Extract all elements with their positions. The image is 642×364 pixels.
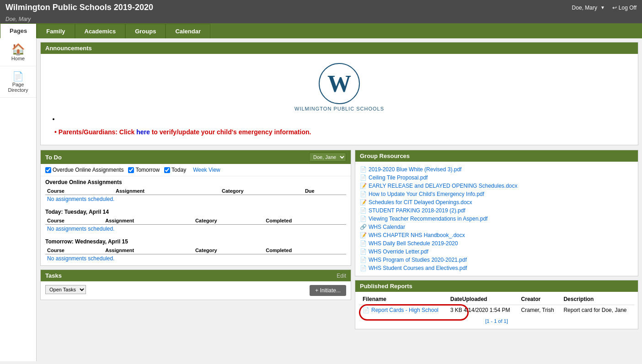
list-item[interactable]: 📝 WHS CHAPTER NHS Handbook_.docx <box>360 231 633 239</box>
tasks-select-wrap: Open Tasks <box>45 285 86 294</box>
emergency-info-link[interactable]: here <box>136 128 150 136</box>
pagination-row: [1 - 1 of 1] <box>359 315 634 327</box>
user-dropdown[interactable]: Doe, Mary ▼ <box>572 5 605 11</box>
tomorrow-label: Tomorrow <box>135 167 160 173</box>
doc-icon: 📝 <box>360 183 367 189</box>
announcement-icon: • <box>54 128 57 136</box>
logoff-label: Log Off <box>619 5 637 11</box>
list-item[interactable]: 📄 Ceiling Tile Proposal.pdf <box>360 174 633 182</box>
report-size: 3 KB <box>450 307 462 313</box>
today-checkbox[interactable] <box>164 167 170 173</box>
report-filename-link[interactable]: 📄 Report Cards - High School <box>363 307 439 313</box>
nav-tabs: Pages Family Academics Groups Calendar <box>0 23 642 38</box>
pdf-icon: 📄 <box>360 248 367 255</box>
logoff-button[interactable]: ↩ Log Off <box>612 5 637 11</box>
col-completed-today: Completed <box>264 217 346 225</box>
today-table: Course Assignment Category Completed No … <box>45 217 346 233</box>
subheader: Doe, Mary <box>0 15 642 23</box>
col-assignment-today: Assignment <box>103 217 193 225</box>
today-filter-label[interactable]: Today <box>164 167 186 173</box>
sidebar-item-directory[interactable]: 📄 Page Directory <box>0 66 36 98</box>
school-logo: W WILMINGTON PUBLIC SCHOOLS <box>45 58 633 114</box>
report-creator: Cramer, Trish <box>518 305 560 316</box>
list-item[interactable]: 🔗 WHS Calendar <box>360 223 633 231</box>
list-item[interactable]: 📄 STUDENT PARKING 2018-2019 (2).pdf <box>360 206 633 215</box>
list-item[interactable]: 📝 Schedules for CIT Delayed Openings.doc… <box>360 198 633 206</box>
list-item[interactable]: 📄 WHS Student Courses and Electives.pdf <box>360 264 633 272</box>
no-assignments-tomorrow: No assignments scheduled. <box>47 253 114 264</box>
todo-title: To Do <box>45 154 62 161</box>
overdue-filter-label[interactable]: Overdue Online Assignments <box>45 167 123 173</box>
home-icon: 🏠 <box>11 43 25 56</box>
directory-label: Page Directory <box>2 82 34 93</box>
list-item[interactable]: 📄 How to Update Your Child's Emergency I… <box>360 190 633 198</box>
tab-groups[interactable]: Groups <box>125 24 166 38</box>
overdue-checkbox[interactable] <box>45 167 51 173</box>
pdf-icon: 📄 <box>360 207 367 214</box>
pagination: [1 - 1 of 1] <box>363 317 631 325</box>
col-category-today: Category <box>193 217 264 225</box>
list-item[interactable]: 📄 WHS Program of Studies 2020-2021.pdf <box>360 256 633 264</box>
published-reports-box: Published Reports Filename DateUploaded … <box>355 280 638 329</box>
group-resources-list: 📄 2019-2020 Blue White (Revised 3).pdf 📄… <box>355 162 638 276</box>
col-dateuploaded: DateUploaded <box>447 294 518 305</box>
todo-filters: Overdue Online Assignments Tomorrow Toda… <box>41 164 351 176</box>
directory-icon: 📄 <box>12 71 24 82</box>
tasks-title: Tasks <box>45 272 62 279</box>
tasks-select[interactable]: Open Tasks <box>45 285 86 294</box>
tab-pages[interactable]: Pages <box>0 23 37 38</box>
username-label: Doe, Mary <box>572 5 597 11</box>
tab-academics[interactable]: Academics <box>75 24 126 38</box>
tomorrow-checkbox[interactable] <box>128 167 134 173</box>
no-assignments-text: No assignments scheduled. <box>47 194 114 204</box>
pdf-icon: 📄 <box>363 307 369 313</box>
tasks-edit-link[interactable]: Edit <box>337 273 346 279</box>
list-item[interactable]: 📄 2019-2020 Blue White (Revised 3).pdf <box>360 165 633 174</box>
col-filename: Filename <box>359 294 447 305</box>
pdf-icon: 📄 <box>360 191 367 197</box>
col-assignment: Assignment <box>114 187 220 195</box>
school-name: WILMINGTON PUBLIC SCHOOLS <box>45 106 633 111</box>
col-due: Due <box>303 187 346 195</box>
report-date: 4/14/2020 1:54 PM <box>464 307 510 313</box>
tasks-box: Tasks Edit Open Tasks + Initiate... <box>40 269 351 300</box>
list-item[interactable]: 📄 Viewing Teacher Recommendations in Asp… <box>360 215 633 223</box>
tomorrow-title: Tomorrow: Wednesday, April 15 <box>45 238 346 245</box>
list-item[interactable]: 📄 WHS Daily Bell Schedule 2019-2020 <box>360 239 633 248</box>
right-column: Group Resources 📄 2019-2020 Blue White (… <box>355 150 638 329</box>
today-label: Today <box>171 167 186 173</box>
initiate-button[interactable]: + Initiate... <box>310 285 346 296</box>
sidebar-item-home[interactable]: 🏠 Home <box>0 38 36 66</box>
student-select[interactable]: Doe, Jane <box>309 153 346 162</box>
overdue-label: Overdue Online Assignments <box>53 167 123 173</box>
tomorrow-filter-label[interactable]: Tomorrow <box>128 167 160 173</box>
table-row: No assignments scheduled. <box>45 195 346 204</box>
school-logo-letter: W <box>327 70 351 97</box>
todo-box: To Do Doe, Jane Overdue Online Assignmen… <box>40 150 351 266</box>
user-info-area: Doe, Mary ▼ ↩ Log Off <box>572 5 637 11</box>
tab-family[interactable]: Family <box>37 24 75 38</box>
announcements-title: Announcements <box>45 45 92 52</box>
tomorrow-table: Course Assignment Category Completed No … <box>45 247 346 263</box>
list-item[interactable]: 📝 EARLY RELEASE and DELAYED OPENING Sche… <box>360 182 633 190</box>
week-view-link[interactable]: Week View <box>193 167 220 173</box>
announcements-box: Announcements W WILMINGTON PUBLIC SCHOOL… <box>40 42 638 145</box>
content-area: Announcements W WILMINGTON PUBLIC SCHOOL… <box>37 38 642 361</box>
announcement-suffix: to verify/update your child's emergency … <box>150 128 311 136</box>
overdue-title: Overdue Online Assignments <box>45 179 346 185</box>
reports-table: Filename DateUploaded Creator Descriptio… <box>359 294 634 327</box>
pdf-icon: 📄 <box>360 265 367 271</box>
doc-icon: 📝 <box>360 232 367 238</box>
app-title: Wilmington Public Schools 2019-2020 <box>5 3 153 12</box>
group-resources-box: Group Resources 📄 2019-2020 Blue White (… <box>355 150 638 276</box>
app-title-text: Wilmington Public Schools 2019-2020 <box>5 3 153 12</box>
group-resources-header: Group Resources <box>355 150 638 162</box>
tab-calendar[interactable]: Calendar <box>166 24 210 38</box>
list-item[interactable]: 📄 WHS Override Letter.pdf <box>360 248 633 256</box>
col-description: Description <box>560 294 634 305</box>
tomorrow-section: Tomorrow: Wednesday, April 15 Course Ass… <box>41 236 351 265</box>
announcements-header: Announcements <box>41 42 638 54</box>
report-highlight-container: 📄 Report Cards - High School <box>363 307 439 313</box>
bullet-point <box>59 114 633 124</box>
main-layout: 🏠 Home 📄 Page Directory Announcements W … <box>0 38 642 361</box>
